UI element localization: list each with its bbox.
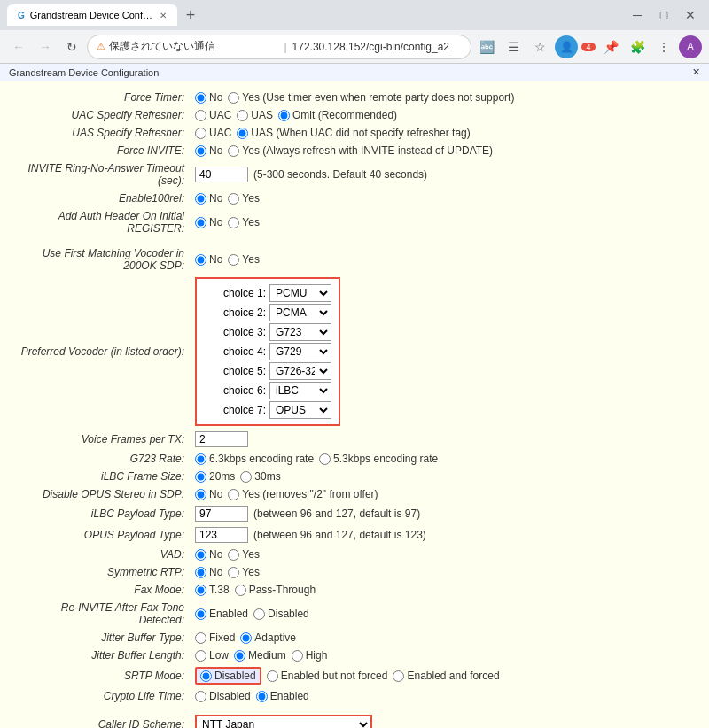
vad-no-label[interactable]: No	[195, 548, 222, 561]
profile-button[interactable]: 👤	[555, 35, 578, 58]
use-first-yes-label[interactable]: Yes	[228, 253, 260, 266]
force-timer-yes-radio[interactable]	[228, 92, 239, 104]
reader-button[interactable]: ☰	[502, 35, 525, 58]
force-invite-no-label[interactable]: No	[195, 144, 222, 157]
symmetric-yes-radio[interactable]	[228, 567, 239, 578]
g723-5-3-label[interactable]: 5.3kbps encoding rate	[319, 453, 438, 465]
disable-opus-no-label[interactable]: No	[195, 488, 222, 500]
disable-opus-no-radio[interactable]	[195, 489, 206, 500]
vocoder-select-6[interactable]: PCMUPCMAG723G729G726-32iLBCOPUSG722	[269, 382, 331, 399]
uac-radio[interactable]	[195, 110, 206, 121]
omit-radio[interactable]	[278, 110, 290, 121]
srtp-forced-label[interactable]: Enabled and forced	[393, 670, 499, 682]
minimize-button[interactable]: ─	[626, 4, 649, 27]
jitter-high-radio[interactable]	[292, 650, 303, 662]
g723-6-3-radio[interactable]	[195, 453, 206, 465]
add-auth-no-radio[interactable]	[195, 217, 206, 228]
vocoder-select-4[interactable]: PCMUPCMAG723G729G726-32iLBCOPUSG722	[269, 343, 331, 360]
fax-t38-radio[interactable]	[195, 585, 206, 596]
jitter-high-label[interactable]: High	[292, 649, 328, 662]
maximize-button[interactable]: □	[652, 4, 675, 27]
translate-button[interactable]: 🔤	[475, 35, 498, 58]
enable100rel-yes-radio[interactable]	[228, 193, 239, 205]
bookmark-button[interactable]: ☆	[528, 35, 551, 58]
pin-button[interactable]: 📌	[599, 35, 622, 58]
fax-passthrough-label[interactable]: Pass-Through	[235, 584, 316, 596]
force-invite-yes-label[interactable]: Yes (Always refresh with INVITE instead …	[228, 144, 493, 157]
enable100rel-no-radio[interactable]	[195, 193, 206, 205]
ilbc-30ms-radio[interactable]	[240, 471, 252, 483]
crypto-disabled-label[interactable]: Disabled	[195, 690, 251, 702]
add-auth-yes-radio[interactable]	[228, 217, 239, 228]
symmetric-no-radio[interactable]	[195, 567, 206, 578]
g723-6-3-label[interactable]: 6.3kbps encoding rate	[195, 453, 314, 465]
ilbc-20ms-label[interactable]: 20ms	[195, 470, 235, 483]
reinvite-enabled-label[interactable]: Enabled	[195, 608, 248, 620]
symmetric-no-label[interactable]: No	[195, 566, 222, 578]
disable-opus-yes-radio[interactable]	[228, 489, 239, 500]
use-first-yes-radio[interactable]	[228, 254, 239, 266]
forward-button[interactable]: →	[34, 35, 57, 58]
refresh-button[interactable]: ↻	[60, 35, 83, 58]
srtp-not-forced-label[interactable]: Enabled but not forced	[267, 670, 388, 682]
uas-uas-label[interactable]: UAS (When UAC did not specify refresher …	[237, 127, 470, 139]
address-bar[interactable]: ⚠ 保護されていない通信 | 172.30.128.152/cgi-bin/co…	[87, 35, 471, 59]
srtp-disabled-label[interactable]: Disabled	[195, 667, 261, 685]
back-button[interactable]: ←	[7, 35, 30, 58]
ilbc-30ms-label[interactable]: 30ms	[240, 470, 280, 483]
uac-option-label[interactable]: UAC	[195, 109, 231, 121]
jitter-low-radio[interactable]	[195, 650, 206, 662]
jitter-medium-radio[interactable]	[234, 650, 245, 662]
omit-option-label[interactable]: Omit (Recommended)	[278, 109, 397, 121]
jitter-adaptive-radio[interactable]	[240, 632, 252, 644]
uas-uac-radio[interactable]	[195, 128, 206, 139]
window-close-button[interactable]: ✕	[679, 4, 702, 27]
vocoder-select-2[interactable]: PCMUPCMAG723G729G726-32iLBCOPUSG722	[269, 304, 331, 321]
add-auth-no-label[interactable]: No	[195, 216, 222, 228]
reinvite-disabled-label[interactable]: Disabled	[253, 608, 309, 620]
vad-yes-radio[interactable]	[228, 549, 239, 561]
uas-option-label[interactable]: UAS	[237, 109, 273, 121]
jitter-fixed-radio[interactable]	[195, 632, 206, 644]
caller-id-scheme-select[interactable]: NTT JapanDefaultBT UKETSI FSKETSI DTMF	[195, 715, 372, 728]
fax-t38-label[interactable]: T.38	[195, 584, 230, 596]
vocoder-select-3[interactable]: PCMUPCMAG723G729G726-32iLBCOPUSG722	[269, 323, 331, 341]
crypto-enabled-label[interactable]: Enabled	[256, 690, 309, 702]
ilbc-payload-input[interactable]	[195, 506, 248, 522]
uas-uas-radio[interactable]	[237, 128, 248, 139]
srtp-disabled-radio[interactable]	[200, 670, 212, 682]
vocoder-select-5[interactable]: PCMUPCMAG723G729G726-32iLBCOPUSG722	[269, 362, 331, 380]
menu-button[interactable]: ⋮	[652, 35, 675, 58]
browser-tab[interactable]: G Grandstream Device Configurati... ✕	[7, 4, 177, 26]
reinvite-disabled-radio[interactable]	[253, 608, 265, 620]
add-auth-yes-label[interactable]: Yes	[228, 216, 260, 228]
site-info-close[interactable]: ✕	[692, 66, 700, 78]
opus-payload-input[interactable]	[195, 527, 248, 543]
voice-frames-input[interactable]	[195, 431, 248, 447]
uas-uac-label[interactable]: UAC	[195, 127, 231, 139]
disable-opus-yes-label[interactable]: Yes (removes "/2" from offer)	[228, 488, 378, 500]
use-first-no-radio[interactable]	[195, 254, 206, 266]
vocoder-select-1[interactable]: PCMUPCMAG723G729G726-32iLBCOPUSG722	[269, 284, 331, 302]
force-timer-no-label[interactable]: No	[195, 91, 222, 104]
use-first-no-label[interactable]: No	[195, 253, 222, 266]
force-invite-yes-radio[interactable]	[228, 145, 239, 157]
force-invite-no-radio[interactable]	[195, 145, 206, 157]
jitter-low-label[interactable]: Low	[195, 649, 229, 662]
close-icon[interactable]: ✕	[160, 11, 167, 20]
srtp-not-forced-radio[interactable]	[267, 670, 278, 682]
reinvite-enabled-radio[interactable]	[195, 608, 206, 620]
vad-yes-label[interactable]: Yes	[228, 548, 260, 561]
crypto-disabled-radio[interactable]	[195, 691, 206, 702]
new-tab-button[interactable]: +	[181, 6, 201, 25]
extensions-button[interactable]: 🧩	[626, 35, 649, 58]
srtp-forced-radio[interactable]	[393, 670, 404, 682]
jitter-medium-label[interactable]: Medium	[234, 649, 286, 662]
invite-ring-input[interactable]	[195, 167, 248, 182]
symmetric-yes-label[interactable]: Yes	[228, 566, 260, 578]
enable100rel-yes-label[interactable]: Yes	[228, 192, 260, 205]
enable100rel-no-label[interactable]: No	[195, 192, 222, 205]
force-timer-no-radio[interactable]	[195, 92, 206, 104]
force-timer-yes-label[interactable]: Yes (Use timer even when remote party do…	[228, 91, 514, 104]
vocoder-select-7[interactable]: PCMUPCMAG723G729G726-32iLBCOPUSG722	[269, 401, 331, 419]
